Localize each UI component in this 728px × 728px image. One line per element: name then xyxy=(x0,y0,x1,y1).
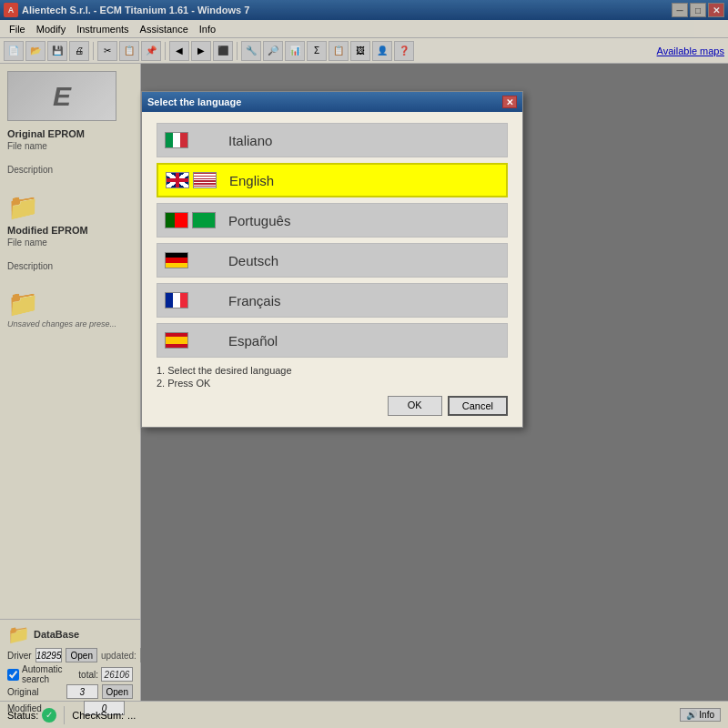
dialog-instructions: 1. Select the desired language 2. Press … xyxy=(157,365,508,389)
language-option-portugues[interactable]: Português xyxy=(157,203,508,238)
flag-container-italiano xyxy=(165,132,219,148)
language-label-italiano: Italiano xyxy=(228,133,272,148)
dialog-title: Select the language xyxy=(147,96,502,107)
language-option-italiano[interactable]: Italiano xyxy=(157,123,508,157)
language-label-deutsch: Deutsch xyxy=(228,253,278,268)
modal-overlay: Select the language ✕ Italiano English xyxy=(0,0,728,728)
language-option-deutsch[interactable]: Deutsch xyxy=(157,243,508,278)
flag-brazil xyxy=(192,212,216,228)
language-label-espanol: Español xyxy=(228,333,278,349)
language-label-portugues: Português xyxy=(228,213,290,228)
dialog-body: Italiano English Português xyxy=(142,112,522,427)
flag-container-francais xyxy=(165,292,219,308)
flag-us xyxy=(193,172,217,188)
flag-container-deutsch xyxy=(165,252,219,268)
flag-spain xyxy=(165,332,188,349)
flag-italian xyxy=(165,132,188,148)
ok-button[interactable]: OK xyxy=(388,396,442,416)
dialog-footer: OK Cancel xyxy=(157,396,508,416)
instruction-1: 1. Select the desired language xyxy=(157,365,508,376)
dialog-titlebar: Select the language ✕ xyxy=(142,92,522,112)
cancel-button[interactable]: Cancel xyxy=(448,396,508,416)
flag-container-espanol xyxy=(165,332,219,349)
flag-france xyxy=(165,292,188,308)
language-option-english[interactable]: English xyxy=(157,163,508,197)
flag-portugal xyxy=(165,212,188,228)
language-label-english: English xyxy=(229,173,274,188)
language-label-francais: Français xyxy=(228,293,281,308)
flag-germany xyxy=(165,252,188,268)
language-option-espanol[interactable]: Español xyxy=(157,323,508,358)
flag-uk xyxy=(166,172,189,188)
flag-container-english xyxy=(166,172,220,188)
language-dialog: Select the language ✕ Italiano English xyxy=(141,91,523,428)
dialog-close-button[interactable]: ✕ xyxy=(502,96,517,108)
instruction-2: 2. Press OK xyxy=(157,378,508,389)
flag-container-portugues xyxy=(165,212,219,228)
language-option-francais[interactable]: Français xyxy=(157,283,508,318)
